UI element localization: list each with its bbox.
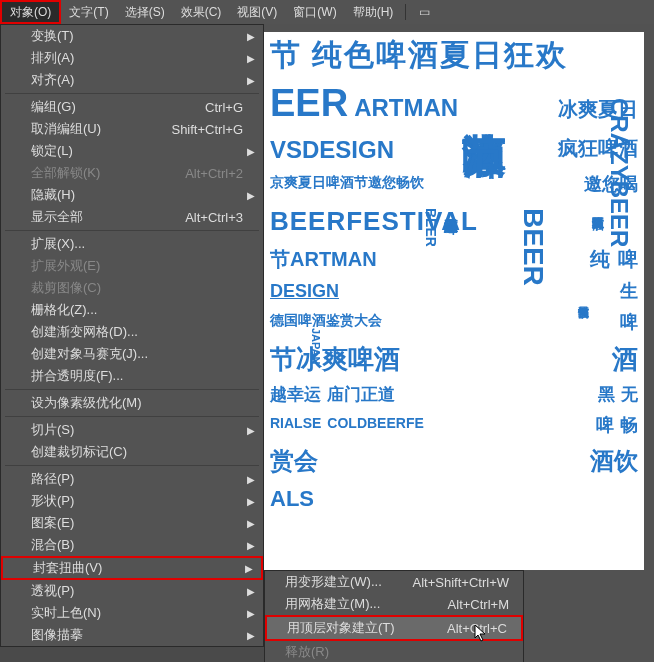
chevron-right-icon: ▶: [247, 53, 255, 64]
menu-item[interactable]: 栅格化(Z)...: [1, 299, 263, 321]
menu-窗口(W)[interactable]: 窗口(W): [285, 0, 344, 24]
submenu-item[interactable]: 用变形建立(W)...Alt+Shift+Ctrl+W: [265, 571, 523, 593]
menu-item[interactable]: 编组(G)Ctrl+G: [1, 96, 263, 118]
menu-item[interactable]: 形状(P)▶: [1, 490, 263, 512]
menu-item[interactable]: 图案(E)▶: [1, 512, 263, 534]
menu-item: 扩展外观(E): [1, 255, 263, 277]
menu-item[interactable]: 取消编组(U)Shift+Ctrl+G: [1, 118, 263, 140]
chevron-right-icon: ▶: [247, 31, 255, 42]
submenu-item[interactable]: 用网格建立(M)...Alt+Ctrl+M: [265, 593, 523, 615]
menu-item[interactable]: 透视(P)▶: [1, 580, 263, 602]
menu-item[interactable]: 封套扭曲(V)▶: [1, 556, 263, 580]
canvas-area: 节 纯色啤酒夏日狂欢 EERARTMAN冰爽夏日 VSDESIGN疯狂啤酒 京爽…: [264, 24, 654, 662]
menu-item[interactable]: 对齐(A)▶: [1, 69, 263, 91]
tool-button[interactable]: ▭ ▾: [410, 0, 438, 24]
menu-item[interactable]: 路径(P)▶: [1, 468, 263, 490]
menu-item[interactable]: 实时上色(N)▶: [1, 602, 263, 624]
menu-item[interactable]: 创建对象马赛克(J)...: [1, 343, 263, 365]
chevron-right-icon: ▶: [247, 608, 255, 619]
menu-item: 全部解锁(K)Alt+Ctrl+2: [1, 162, 263, 184]
menu-item[interactable]: 图像描摹▶: [1, 624, 263, 646]
art-text: 节 纯色啤酒夏日狂欢: [264, 32, 644, 77]
menu-item[interactable]: 混合(B)▶: [1, 534, 263, 556]
menu-item: 裁剪图像(C): [1, 277, 263, 299]
chevron-right-icon: ▶: [247, 630, 255, 641]
chevron-right-icon: ▶: [247, 75, 255, 86]
menu-item[interactable]: 排列(A)▶: [1, 47, 263, 69]
chevron-right-icon: ▶: [247, 474, 255, 485]
chevron-right-icon: ▶: [247, 586, 255, 597]
chevron-right-icon: ▶: [247, 496, 255, 507]
menu-item[interactable]: 创建裁切标记(C): [1, 441, 263, 463]
submenu-item: 释放(R): [265, 641, 523, 662]
menu-视图(V)[interactable]: 视图(V): [229, 0, 285, 24]
menu-item[interactable]: 创建渐变网格(D)...: [1, 321, 263, 343]
chevron-right-icon: ▶: [247, 146, 255, 157]
menu-item[interactable]: 显示全部Alt+Ctrl+3: [1, 206, 263, 228]
cursor-icon: [474, 624, 488, 642]
artboard[interactable]: 节 纯色啤酒夏日狂欢 EERARTMAN冰爽夏日 VSDESIGN疯狂啤酒 京爽…: [264, 32, 644, 570]
menu-帮助(H)[interactable]: 帮助(H): [345, 0, 402, 24]
object-menu-dropdown: 变换(T)▶排列(A)▶对齐(A)▶编组(G)Ctrl+G取消编组(U)Shif…: [0, 24, 264, 647]
menubar: 对象(O)文字(T)选择(S)效果(C)视图(V)窗口(W)帮助(H)▭ ▾: [0, 0, 654, 24]
menu-效果(C)[interactable]: 效果(C): [173, 0, 230, 24]
menu-对象(O)[interactable]: 对象(O): [0, 0, 61, 24]
chevron-right-icon: ▶: [245, 563, 253, 574]
menu-item[interactable]: 变换(T)▶: [1, 25, 263, 47]
chevron-right-icon: ▶: [247, 540, 255, 551]
menu-选择(S)[interactable]: 选择(S): [117, 0, 173, 24]
menu-item[interactable]: 切片(S)▶: [1, 419, 263, 441]
envelope-distort-submenu: 用变形建立(W)...Alt+Shift+Ctrl+W用网格建立(M)...Al…: [264, 570, 524, 662]
menu-item[interactable]: 设为像素级优化(M): [1, 392, 263, 414]
menu-item[interactable]: 隐藏(H)▶: [1, 184, 263, 206]
menu-item[interactable]: 扩展(X)...: [1, 233, 263, 255]
chevron-right-icon: ▶: [247, 518, 255, 529]
menu-文字(T)[interactable]: 文字(T): [61, 0, 116, 24]
menu-item[interactable]: 拼合透明度(F)...: [1, 365, 263, 387]
chevron-right-icon: ▶: [247, 425, 255, 436]
chevron-right-icon: ▶: [247, 190, 255, 201]
menu-item[interactable]: 锁定(L)▶: [1, 140, 263, 162]
